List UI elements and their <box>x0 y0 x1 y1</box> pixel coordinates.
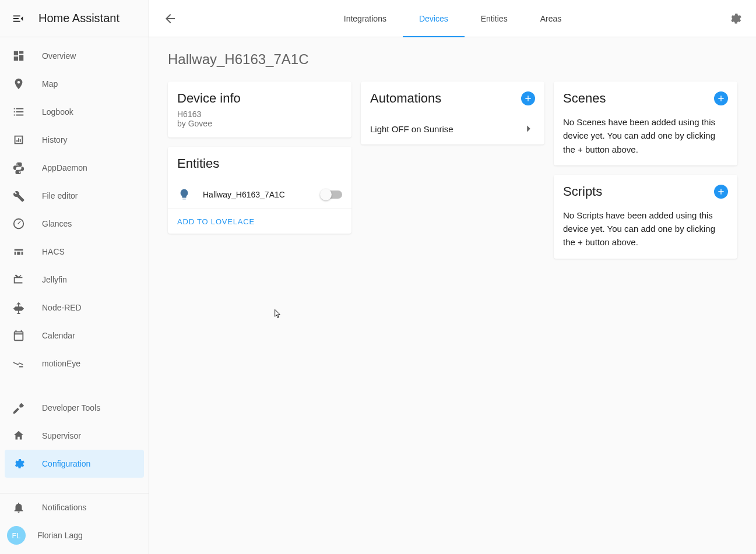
device-by: by Govee <box>177 119 342 128</box>
entity-label: Hallway_H6163_7A1C <box>203 190 310 199</box>
add-script-button[interactable] <box>714 185 728 199</box>
content: Hallway_H6163_7A1C Device info H6163 by … <box>149 37 756 273</box>
sidebar-item-label: Map <box>42 79 58 89</box>
sidebar-item-supervisor[interactable]: Supervisor <box>0 422 149 450</box>
automations-card: Automations Light OFF on Sunrise <box>361 82 544 144</box>
sidebar-header: Home Assistant <box>0 0 149 37</box>
automation-item[interactable]: Light OFF on Sunrise <box>361 115 544 144</box>
tab-entities[interactable]: Entities <box>465 0 524 37</box>
sidebar-item-label: Logbook <box>42 107 73 117</box>
sidebar-item-history[interactable]: History <box>0 126 149 154</box>
sidebar-item-file-editor[interactable]: File editor <box>0 182 149 210</box>
tab-integrations[interactable]: Integrations <box>328 0 403 37</box>
main-panel: Integrations Devices Entities Areas Hall… <box>149 0 756 554</box>
supervisor-icon <box>12 429 26 443</box>
user-avatar: FL <box>7 526 26 545</box>
device-info-title: Device info <box>177 91 342 106</box>
sidebar-item-calendar[interactable]: Calendar <box>0 322 149 350</box>
scenes-title: Scenes <box>563 91 606 106</box>
tab-devices[interactable]: Devices <box>403 0 465 37</box>
automations-title: Automations <box>370 91 441 106</box>
sidebar-item-user[interactable]: FL Florian Lagg <box>0 521 149 549</box>
topbar: Integrations Devices Entities Areas <box>149 0 756 37</box>
sidebar-item-label: Developer Tools <box>42 403 100 412</box>
sidebar-item-logbook[interactable]: Logbook <box>0 98 149 126</box>
automation-label: Light OFF on Sunrise <box>370 124 453 134</box>
back-button[interactable] <box>159 7 182 30</box>
chevron-right-icon <box>522 122 535 135</box>
sidebar-item-label: History <box>42 135 68 144</box>
add-automation-button[interactable] <box>521 91 535 105</box>
gauge-icon <box>12 217 26 231</box>
hacs-icon <box>12 245 26 259</box>
scripts-card: Scripts No Scripts have been added using… <box>554 175 737 259</box>
sidebar-item-appdaemon[interactable]: AppDaemon <box>0 154 149 182</box>
map-icon <box>12 77 26 91</box>
entity-toggle[interactable] <box>321 190 342 199</box>
add-to-lovelace-button[interactable]: ADD TO LOVELACE <box>177 217 255 226</box>
sidebar-item-node-red[interactable]: Node-RED <box>0 294 149 322</box>
settings-button[interactable] <box>723 7 747 30</box>
sidebar-item-label: Glances <box>42 219 72 228</box>
hammer-icon <box>12 401 26 415</box>
python-icon <box>12 161 26 175</box>
history-icon <box>12 133 26 147</box>
sidebar-item-map[interactable]: Map <box>0 70 149 98</box>
calendar-icon <box>12 329 26 343</box>
sidebar-item-configuration[interactable]: Configuration <box>5 450 144 478</box>
sidebar-item-label: Notifications <box>42 503 86 512</box>
tab-areas[interactable]: Areas <box>524 0 578 37</box>
app-title: Home Assistant <box>38 12 119 25</box>
bell-icon <box>12 500 26 514</box>
sidebar-item-developer-tools[interactable]: Developer Tools <box>0 394 149 422</box>
node-red-icon <box>12 301 26 315</box>
sidebar-item-motioneye[interactable]: motionEye <box>0 350 149 377</box>
sidebar-list: Overview Map Logbook History AppDaemon F… <box>0 37 149 488</box>
sidebar: Home Assistant Overview Map Logbook Hist… <box>0 0 149 554</box>
sidebar-item-label: File editor <box>42 191 78 200</box>
sidebar-item-label: AppDaemon <box>42 163 87 172</box>
page-title: Hallway_H6163_7A1C <box>168 51 737 68</box>
sidebar-item-label: Node-RED <box>42 303 82 312</box>
sidebar-item-label: motionEye <box>42 359 80 368</box>
sidebar-item-label: Calendar <box>42 331 75 340</box>
sidebar-item-overview[interactable]: Overview <box>0 42 149 70</box>
scripts-empty-text: No Scripts have been added using this de… <box>554 209 737 259</box>
device-info-card: Device info H6163 by Govee <box>168 82 351 137</box>
device-model: H6163 <box>177 110 342 119</box>
scripts-title: Scripts <box>563 184 602 199</box>
wrench-icon <box>12 189 26 203</box>
scenes-card: Scenes No Scenes have been added using t… <box>554 82 737 165</box>
sidebar-item-label: Supervisor <box>42 431 81 440</box>
tabs: Integrations Devices Entities Areas <box>182 0 723 37</box>
sidebar-item-label: Jellyfin <box>42 275 67 284</box>
sidebar-item-label: Overview <box>42 51 76 61</box>
logbook-icon <box>12 105 26 119</box>
sidebar-item-notifications[interactable]: Notifications <box>0 493 149 521</box>
add-scene-button[interactable] <box>714 91 728 105</box>
sidebar-item-label: Configuration <box>42 459 90 468</box>
sidebar-item-label: HACS <box>42 247 65 256</box>
menu-collapse-icon[interactable] <box>12 12 24 25</box>
sidebar-item-hacs[interactable]: HACS <box>0 238 149 266</box>
camera-icon <box>12 357 26 370</box>
sidebar-item-glances[interactable]: Glances <box>0 210 149 238</box>
dashboard-icon <box>12 49 26 63</box>
entities-card: Entities Hallway_H6163_7A1C ADD TO LOVEL… <box>168 147 351 234</box>
entity-row[interactable]: Hallway_H6163_7A1C <box>168 181 351 209</box>
gear-icon <box>12 457 26 471</box>
scenes-empty-text: No Scenes have been added using this dev… <box>554 115 737 165</box>
user-name: Florian Lagg <box>37 531 83 540</box>
sidebar-item-jellyfin[interactable]: Jellyfin <box>0 266 149 294</box>
entities-title: Entities <box>177 156 342 171</box>
lightbulb-icon <box>177 188 191 202</box>
tv-icon <box>12 273 26 287</box>
